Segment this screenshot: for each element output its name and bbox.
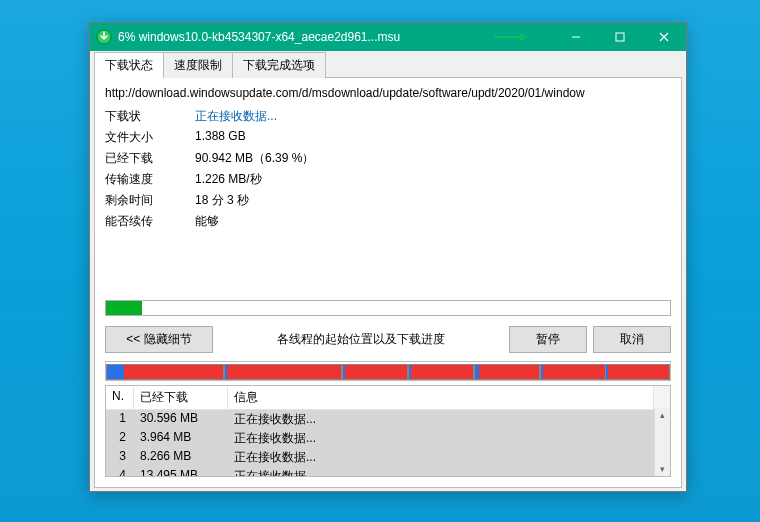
table-body: 130.596 MB正在接收数据...23.964 MB正在接收数据...38.… xyxy=(106,410,670,477)
segment-done xyxy=(343,365,346,379)
segment-bar xyxy=(224,364,342,380)
value-downloaded: 90.942 MB（6.39 %） xyxy=(195,150,671,167)
segments-caption: 各线程的起始位置以及下载进度 xyxy=(219,331,503,348)
segment-done xyxy=(107,365,124,379)
button-row: << 隐藏细节 各线程的起始位置以及下载进度 暂停 取消 xyxy=(105,326,671,353)
close-button[interactable] xyxy=(642,23,686,51)
value-resume: 能够 xyxy=(195,213,671,230)
segment-bar xyxy=(106,364,224,380)
col-downloaded[interactable]: 已经下载 xyxy=(134,386,228,410)
segment-bar xyxy=(540,364,606,380)
segment-done xyxy=(606,365,608,379)
window-title: 6% windows10.0-kb4534307-x64_aecae2d961.… xyxy=(118,30,400,44)
col-n[interactable]: N. xyxy=(106,386,134,410)
table-row[interactable]: 130.596 MB正在接收数据... xyxy=(106,410,670,429)
cell-info: 正在接收数据... xyxy=(228,448,654,467)
overall-progress-bar xyxy=(105,300,671,316)
tab-on-complete[interactable]: 下载完成选项 xyxy=(232,52,326,78)
table-row[interactable]: 413.495 MB正在接收数据... xyxy=(106,467,670,477)
label-size: 文件大小 xyxy=(105,129,195,146)
value-status: 正在接收数据... xyxy=(195,108,671,125)
svg-rect-1 xyxy=(616,33,624,41)
cell-info: 正在接收数据... xyxy=(228,410,654,429)
cell-downloaded: 13.495 MB xyxy=(134,467,228,477)
titlebar[interactable]: 6% windows10.0-kb4534307-x64_aecae2d961.… xyxy=(90,23,686,51)
cancel-button[interactable]: 取消 xyxy=(593,326,671,353)
label-speed: 传输速度 xyxy=(105,171,195,188)
segment-track xyxy=(105,361,671,381)
overall-progress-fill xyxy=(106,301,142,315)
tab-speed-limit[interactable]: 速度限制 xyxy=(163,52,233,78)
info-grid: 下载状 正在接收数据... 文件大小 1.388 GB 已经下载 90.942 … xyxy=(105,108,671,230)
minimize-button[interactable] xyxy=(554,23,598,51)
segment-done xyxy=(475,365,479,379)
tab-page-status: http://download.windowsupdate.com/d/msdo… xyxy=(94,77,682,488)
scroll-down-icon[interactable]: ▾ xyxy=(655,462,670,476)
scroll-up-icon[interactable]: ▴ xyxy=(655,408,670,422)
pause-button[interactable]: 暂停 xyxy=(509,326,587,353)
col-info[interactable]: 信息 xyxy=(228,386,654,410)
cell-n: 4 xyxy=(106,467,134,477)
value-speed: 1.226 MB/秒 xyxy=(195,171,671,188)
threads-table: N. 已经下载 信息 130.596 MB正在接收数据...23.964 MB正… xyxy=(105,385,671,477)
cell-info: 正在接收数据... xyxy=(228,429,654,448)
cell-info: 正在接收数据... xyxy=(228,467,654,477)
segment-bar xyxy=(342,364,408,380)
segment-done xyxy=(225,365,227,379)
cell-downloaded: 8.266 MB xyxy=(134,448,228,467)
cell-n: 1 xyxy=(106,410,134,429)
cell-n: 3 xyxy=(106,448,134,467)
download-dialog: 6% windows10.0-kb4534307-x64_aecae2d961.… xyxy=(89,22,687,492)
segment-done xyxy=(409,365,411,379)
tab-bar: 下载状态 速度限制 下载完成选项 xyxy=(90,51,686,77)
table-row[interactable]: 38.266 MB正在接收数据... xyxy=(106,448,670,467)
app-icon xyxy=(96,29,112,45)
value-size: 1.388 GB xyxy=(195,129,671,146)
label-resume: 能否续传 xyxy=(105,213,195,230)
cell-n: 2 xyxy=(106,429,134,448)
segment-bar xyxy=(605,364,670,380)
table-row[interactable]: 23.964 MB正在接收数据... xyxy=(106,429,670,448)
cell-downloaded: 3.964 MB xyxy=(134,429,228,448)
download-url: http://download.windowsupdate.com/d/msdo… xyxy=(105,86,671,100)
maximize-button[interactable] xyxy=(598,23,642,51)
cell-downloaded: 30.596 MB xyxy=(134,410,228,429)
label-downloaded: 已经下载 xyxy=(105,150,195,167)
segment-bar xyxy=(474,364,540,380)
vertical-scrollbar[interactable]: ▴ ▾ xyxy=(654,408,670,476)
label-status: 下载状 xyxy=(105,108,195,125)
col-scroll-gutter xyxy=(654,386,670,410)
segment-done xyxy=(541,365,543,379)
arrow-decoration-icon xyxy=(492,31,532,43)
hide-details-button[interactable]: << 隐藏细节 xyxy=(105,326,213,353)
table-header: N. 已经下载 信息 xyxy=(106,386,670,410)
tab-download-status[interactable]: 下载状态 xyxy=(94,52,164,78)
label-remaining: 剩余时间 xyxy=(105,192,195,209)
value-remaining: 18 分 3 秒 xyxy=(195,192,671,209)
segment-bar xyxy=(408,364,474,380)
